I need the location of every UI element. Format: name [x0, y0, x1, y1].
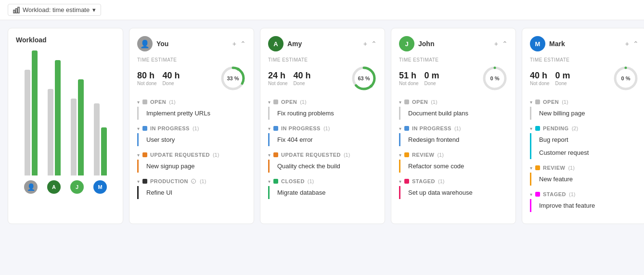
not-done-value: 51 h	[399, 71, 419, 81]
status-header[interactable]: ▾STAGED(1)	[530, 189, 639, 199]
status-header[interactable]: ▾PRODUCTION✓(1)	[137, 176, 246, 186]
workload-time-estimate-button[interactable]: Workload: time estimate ▾	[8, 4, 101, 16]
status-group: ▾OPEN(1)Document build plans	[399, 97, 508, 120]
done-block: 0 mDone	[425, 71, 439, 86]
time-estimate-section: TIME ESTIMATE51 hNot done0 mDone 0 %	[399, 57, 508, 91]
donut-chart: 63 %	[351, 65, 377, 91]
add-icon[interactable]: +	[625, 40, 629, 48]
status-name: OPEN	[150, 99, 166, 105]
task-item[interactable]: Quality check the build	[268, 160, 377, 173]
task-item[interactable]: New billing page	[530, 107, 639, 120]
status-header[interactable]: ▾IN PROGRESS(1)	[268, 124, 377, 133]
done-block: 40 hDone	[294, 71, 311, 86]
task-item[interactable]: Redesign frontend	[399, 133, 508, 146]
person-header-actions[interactable]: +⌃	[494, 40, 508, 48]
person-name: You	[156, 40, 168, 48]
not-done-value: 80 h	[137, 71, 157, 81]
status-header[interactable]: ▾OPEN(1)	[268, 97, 377, 107]
status-header[interactable]: ▾OPEN(1)	[137, 97, 246, 107]
status-count: (1)	[323, 125, 330, 131]
status-group: ▾IN PROGRESS(1)Redesign frontend	[399, 124, 508, 146]
task-item[interactable]: Customer request	[530, 146, 639, 159]
status-count: (1)	[169, 99, 175, 105]
status-dot	[535, 126, 540, 131]
add-icon[interactable]: +	[232, 40, 236, 48]
status-dot	[142, 100, 147, 104]
status-name: UPDATE REQUESTED	[150, 152, 210, 158]
green-bar	[55, 60, 61, 175]
status-header[interactable]: ▾UPDATE REQUESTED(1)	[137, 150, 246, 160]
task-item[interactable]: Migrate database	[268, 186, 377, 199]
status-name: UPDATE REQUESTED	[281, 152, 341, 158]
status-name: STAGED	[543, 191, 566, 197]
chevron-icon: ▾	[530, 192, 532, 197]
status-header[interactable]: ▾UPDATE REQUESTED(1)	[268, 150, 377, 160]
not-done-value: 24 h	[268, 71, 288, 81]
chevron-icon: ▾	[399, 126, 401, 131]
status-count: (1)	[437, 152, 443, 158]
status-header[interactable]: ▾OPEN(1)	[399, 97, 508, 107]
status-group: ▾CLOSED(1)Migrate database	[268, 176, 377, 199]
status-group: ▾UPDATE REQUESTED(1)Quality check the bu…	[268, 150, 377, 173]
task-item[interactable]: User story	[137, 133, 246, 146]
collapse-icon[interactable]: ⌃	[371, 40, 377, 48]
status-count: (1)	[454, 125, 461, 131]
status-header[interactable]: ▾CLOSED(1)	[268, 176, 377, 186]
person-info: 👤You	[137, 36, 168, 51]
status-header[interactable]: ▾OPEN(1)	[530, 97, 639, 107]
person-header: AAmy+⌃	[268, 36, 377, 51]
task-item[interactable]: Refactor some code	[399, 160, 508, 173]
gray-bar	[94, 103, 100, 175]
task-item[interactable]: New signup page	[137, 160, 246, 173]
svg-rect-1	[16, 9, 17, 13]
chart-area: 👤AJM	[16, 50, 115, 213]
person-header-actions[interactable]: +⌃	[625, 40, 639, 48]
chevron-icon: ▾	[137, 126, 140, 131]
task-item[interactable]: Improve that feature	[530, 199, 639, 212]
status-count: (1)	[213, 152, 219, 158]
not-done-label: Not done	[268, 81, 288, 86]
task-item[interactable]: Fix routing problems	[268, 107, 377, 120]
status-group: ▾STAGED(1)Improve that feature	[530, 189, 639, 212]
person-header: MMark+⌃	[530, 36, 639, 51]
status-group: ▾OPEN(1)Implement pretty URLs	[137, 97, 246, 120]
task-item[interactable]: New feature	[530, 173, 639, 186]
person-header-actions[interactable]: +⌃	[232, 40, 246, 48]
status-header[interactable]: ▾REVIEW(1)	[399, 150, 508, 160]
task-item[interactable]: Fix 404 error	[268, 133, 377, 146]
workload-sidebar-title: Workload	[16, 36, 115, 44]
collapse-icon[interactable]: ⌃	[633, 40, 639, 48]
person-header-actions[interactable]: +⌃	[363, 40, 377, 48]
svg-rect-0	[13, 10, 15, 13]
add-icon[interactable]: +	[363, 40, 367, 48]
not-done-block: 51 hNot done	[399, 71, 419, 86]
donut-percent-text: 63 %	[358, 75, 370, 81]
time-estimate-section: TIME ESTIMATE80 hNot done40 hDone 33 %	[137, 57, 246, 91]
time-estimate-label: TIME ESTIMATE	[530, 57, 639, 62]
chart-bar-group: M	[93, 50, 107, 194]
status-name: IN PROGRESS	[412, 125, 451, 131]
status-header[interactable]: ▾PENDING(2)	[530, 124, 639, 133]
task-item[interactable]: Set up data warehouse	[399, 186, 508, 199]
chart-bar-group: A	[47, 50, 61, 194]
status-header[interactable]: ▾IN PROGRESS(1)	[399, 124, 508, 133]
person-name: Amy	[287, 40, 302, 48]
add-icon[interactable]: +	[494, 40, 498, 48]
task-item[interactable]: Refine UI	[137, 186, 246, 199]
chevron-icon: ▾	[399, 179, 401, 184]
status-dot	[142, 179, 147, 184]
task-item[interactable]: Document build plans	[399, 107, 508, 120]
status-header[interactable]: ▾IN PROGRESS(1)	[137, 124, 246, 133]
svg-rect-2	[18, 7, 19, 13]
status-header[interactable]: ▾STAGED(1)	[399, 176, 508, 186]
chevron-icon: ▾	[268, 152, 270, 158]
status-name: CLOSED	[281, 178, 305, 184]
collapse-icon[interactable]: ⌃	[502, 40, 508, 48]
task-item[interactable]: Bug report	[530, 133, 639, 146]
collapse-icon[interactable]: ⌃	[240, 40, 246, 48]
svg-point-5	[237, 68, 240, 71]
status-count: (1)	[200, 178, 206, 184]
status-header[interactable]: ▾REVIEW(1)	[530, 163, 639, 173]
not-done-label: Not done	[399, 81, 419, 86]
task-item[interactable]: Implement pretty URLs	[137, 107, 246, 120]
